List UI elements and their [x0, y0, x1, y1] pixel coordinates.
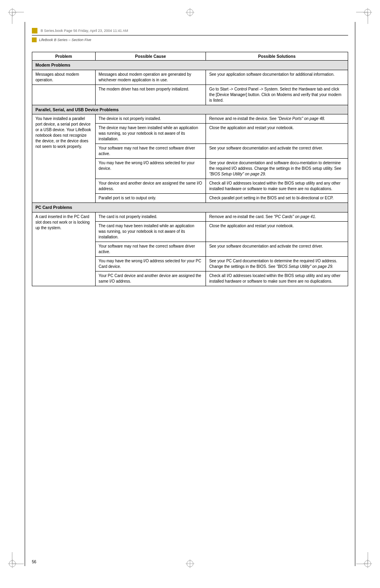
corner-mark-bl [12, 552, 24, 564]
section-modem-header: Modem Problems [32, 61, 348, 70]
problem-cell [32, 85, 96, 105]
solution-cell: See your device documentation and softwa… [206, 159, 348, 179]
solution-cell: Check all I/O addresses located within t… [206, 271, 348, 286]
corner-mark-br [356, 552, 368, 564]
section-parallel-label: Parallel, Serial, and USB Device Problem… [32, 105, 348, 114]
cause-cell: Your PC Card device and another device a… [95, 271, 206, 286]
solution-cell: See your software documentation and acti… [206, 144, 348, 159]
solution-cell: Check parallel port setting in the BIOS … [206, 194, 348, 203]
solution-cell: Remove and re-install the card. See "PC … [206, 212, 348, 222]
header-solution: Possible Solutions [206, 52, 348, 61]
solution-cell: Go to Start -> Control Panel -> System. … [206, 85, 348, 105]
solution-cell: See your PC Card documentation to determ… [206, 257, 348, 271]
table-header-row: Problem Possible Cause Possible Solution… [32, 52, 348, 61]
solution-cell: See your software documentation and acti… [206, 242, 348, 257]
corner-mark-tr [356, 12, 368, 24]
page-number: 56 [32, 560, 36, 564]
section-title-row: LifeBook B Series – Section Five [32, 37, 348, 43]
page-footer: 56 [32, 560, 348, 564]
cause-cell: The modem driver has not been properly i… [95, 85, 206, 105]
file-info-text: B Series.book Page 56 Friday, April 23, … [41, 29, 128, 33]
bookmark-icon-header [32, 28, 37, 33]
reg-mark-tm [186, 8, 194, 17]
header-divider [32, 35, 348, 35]
main-content: Problem Possible Cause Possible Solution… [32, 52, 348, 548]
page-container: B Series.book Page 56 Friday, April 23, … [0, 0, 380, 588]
section-modem-label: Modem Problems [32, 61, 348, 70]
left-border-line [25, 22, 25, 566]
page-header: B Series.book Page 56 Friday, April 23, … [32, 28, 348, 43]
section-pccard-label: PC Card Problems [32, 203, 348, 212]
table-row: A card inserted in the PC Card slot does… [32, 212, 348, 222]
solution-cell: Close the application and restart your n… [206, 222, 348, 242]
header-problem: Problem [32, 52, 96, 61]
cause-cell: Your software may not have the correct s… [95, 242, 206, 257]
cause-cell: The card is not properly installed. [95, 212, 206, 222]
cause-cell: Your software may not have the correct s… [95, 144, 206, 159]
cause-cell: The device is not properly installed. [95, 114, 206, 124]
cause-cell: Parallel port is set to output only. [95, 194, 206, 203]
problem-cell: A card inserted in the PC Card slot does… [32, 212, 96, 286]
solution-cell: Check all I/O addresses located within t… [206, 179, 348, 194]
cause-cell: You may have the wrong I/O address selec… [95, 159, 206, 179]
solution-cell: Close the application and restart your n… [206, 124, 348, 144]
cause-cell: Your device and another device are assig… [95, 179, 206, 194]
header-file-line: B Series.book Page 56 Friday, April 23, … [32, 28, 348, 33]
solution-cell: See your application software documentat… [206, 70, 348, 85]
cause-cell: The device may have been installed while… [95, 124, 206, 144]
header-cause: Possible Cause [95, 52, 206, 61]
problem-cell: Messages about modem operation. [32, 70, 96, 85]
section-parallel-header: Parallel, Serial, and USB Device Problem… [32, 105, 348, 114]
solution-cell: Remove and re-install the device. See "D… [206, 114, 348, 124]
cause-cell: You may have the wrong I/O address selec… [95, 257, 206, 271]
section-title-text: LifeBook B Series – Section Five [39, 37, 91, 43]
section-pccard-header: PC Card Problems [32, 203, 348, 212]
troubleshooting-table: Problem Possible Cause Possible Solution… [32, 52, 348, 286]
right-border-line [355, 22, 355, 566]
cause-cell: Messages about modem operation are gener… [95, 70, 206, 85]
table-row: Messages about modem operation. Messages… [32, 70, 348, 85]
table-row: The modem driver has not been properly i… [32, 85, 348, 105]
table-row: You have installed a parallel port devic… [32, 114, 348, 124]
corner-mark-tl [12, 12, 24, 24]
bookmark-icon-section [32, 37, 37, 42]
problem-cell: You have installed a parallel port devic… [32, 114, 96, 203]
cause-cell: The card may have been installed while a… [95, 222, 206, 242]
